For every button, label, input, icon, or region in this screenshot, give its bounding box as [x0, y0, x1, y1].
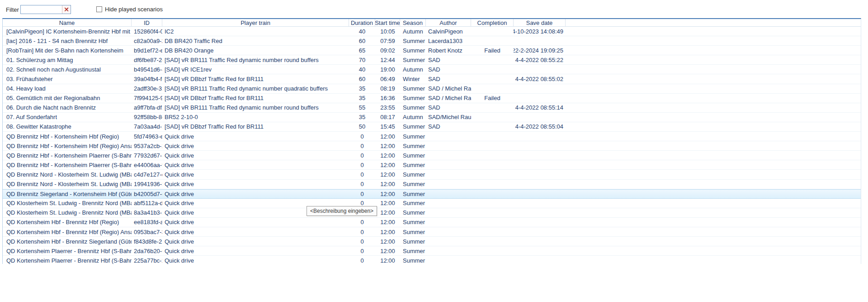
table-row[interactable]: [lac] 2016 - 121 - S4 nach Brennitz Hbfc…	[3, 36, 861, 46]
column-header-duration[interactable]: Duration	[349, 19, 375, 26]
filter-input[interactable]	[21, 5, 62, 14]
table-row[interactable]: QD Klosterheim St. Ludwig - Brennitz Nor…	[3, 208, 861, 218]
table-row[interactable]: QD Brennitz Hbf - Kortensheim Hbf (Regio…	[3, 132, 861, 141]
cell-start_time: 06:49	[375, 74, 400, 83]
cell-start_time: 08:17	[375, 113, 400, 122]
table-row[interactable]: 04. Heavy load2adff30e-32[SAD] vR BR111 …	[3, 84, 861, 94]
table-row[interactable]: QD Brennitz Hbf - Kortensheim Plaerrer (…	[3, 160, 861, 170]
cell-id: b49541d6-4	[132, 65, 162, 74]
table-row[interactable]: QD Brennitz Nord - Klosterheim St. Ludwi…	[3, 180, 861, 189]
cell-start_time: 12:00	[375, 190, 400, 198]
table-row[interactable]: QD Kortensheim Hbf - Brennitz Siegerland…	[3, 237, 861, 246]
table-row[interactable]: QD Kortensheim Plaerrer - Brennitz Hbf (…	[3, 256, 861, 264]
table-row-selected[interactable]: QD Brennitz Siegerland - Kortensheim Hbf…	[3, 189, 861, 199]
cell-save_date: 24-10-2023 14:08:49	[514, 27, 566, 36]
cell-author	[426, 256, 471, 264]
cell-id: 5fd74963-e2	[132, 132, 162, 141]
cell-duration: 35	[349, 84, 375, 93]
cell-author	[426, 227, 471, 236]
cell-save_date	[514, 256, 566, 264]
cell-season: Summer	[400, 151, 426, 160]
cell-season: Summer	[400, 46, 426, 55]
cell-name: [lac] 2016 - 121 - S4 nach Brennitz Hbf	[3, 36, 132, 45]
cell-completion	[471, 246, 514, 255]
column-header-completion[interactable]: Completion	[471, 19, 514, 26]
clear-icon: ✕	[64, 6, 69, 13]
cell-id: 0953bac7-3	[132, 227, 162, 236]
cell-id: 2adff30e-32	[132, 84, 162, 93]
cell-name: 07. Auf Sonderfahrt	[3, 113, 132, 122]
cell-name: QD Brennitz Hbf - Kortensheim Hbf (Regio…	[3, 132, 132, 141]
cell-id: 92ff58bb-8c	[132, 113, 162, 122]
filter-clear-button[interactable]: ✕	[62, 5, 71, 14]
cell-author: SAD / Michel Rausch	[426, 84, 471, 93]
table-row[interactable]: 05. Gemütlich mit der Regionalbahn7f9941…	[3, 94, 861, 103]
cell-filler	[566, 237, 861, 246]
cell-duration: 0	[349, 246, 375, 255]
cell-start_time: 10:05	[375, 27, 400, 36]
cell-author	[426, 246, 471, 255]
cell-author	[426, 208, 471, 217]
cell-save_date	[514, 227, 566, 236]
cell-start_time: 12:00	[375, 218, 400, 227]
cell-start_time: 12:00	[375, 208, 400, 217]
cell-save_date	[514, 190, 566, 198]
cell-duration: 0	[349, 141, 375, 150]
column-header-id[interactable]: ID	[132, 19, 162, 26]
table-row[interactable]: QD Brennitz Hbf - Kortensheim Hbf (Regio…	[3, 141, 861, 151]
table-row[interactable]: QD Brennitz Nord - Klosterheim St. Ludwi…	[3, 170, 861, 179]
table-row[interactable]: QD Kortensheim Hbf - Brennitz Hbf (Regio…	[3, 227, 861, 237]
column-header-save_date[interactable]: Save date	[514, 19, 566, 26]
table-row[interactable]: 06. Durch die Nacht nach Brennitza9ff7bf…	[3, 103, 861, 113]
cell-author: SAD	[426, 122, 471, 131]
cell-start_time: 12:00	[375, 227, 400, 236]
column-header-player_train[interactable]: Player train	[162, 19, 349, 26]
table-row[interactable]: [CalvinPigeon] IC Kortensheim-Brennitz H…	[3, 27, 861, 36]
cell-save_date	[514, 199, 566, 208]
cell-save_date: 4-4-2022 08:55:02	[514, 74, 566, 83]
cell-season: Summer	[400, 94, 426, 103]
cell-author: SAD	[426, 55, 471, 64]
table-row[interactable]: 03. Frühaufsteher39a04fb4-fc[SAD] vR DBb…	[3, 74, 861, 84]
table-header-row: NameIDPlayer trainDurationStart timeSeas…	[3, 19, 861, 27]
table-row[interactable]: QD Brennitz Hbf - Kortensheim Plaerrer (…	[3, 151, 861, 160]
cell-id: 2da76b20-6	[132, 246, 162, 255]
cell-season: Summer	[400, 122, 426, 131]
table-row[interactable]: QD Kortensheim Plaerrer - Brennitz Hbf (…	[3, 246, 861, 256]
cell-filler	[566, 170, 861, 179]
cell-name: 04. Heavy load	[3, 84, 132, 93]
column-header-start_time[interactable]: Start time	[375, 19, 400, 26]
cell-start_time: 08:19	[375, 84, 400, 93]
cell-season: Summer	[400, 160, 426, 169]
table-row[interactable]: 01. Schülerzug am Mittagdf6fbe87-2c[SAD]…	[3, 55, 861, 65]
cell-duration: 0	[349, 227, 375, 236]
cell-filler	[566, 46, 861, 55]
cell-author	[426, 199, 471, 208]
cell-id: c4d7e127-e	[132, 170, 162, 179]
table-row[interactable]: QD Kortensheim Hbf - Brennitz Hbf (Regio…	[3, 218, 861, 227]
cell-duration: 40	[349, 65, 375, 74]
cell-season: Summer	[400, 256, 426, 264]
cell-duration: 0	[349, 132, 375, 141]
hide-played-checkbox[interactable]	[96, 6, 102, 12]
cell-filler	[566, 180, 861, 189]
cell-season: Autumn	[400, 113, 426, 122]
table-row[interactable]: [RobTrain] Mit der S-Bahn nach Kortenshe…	[3, 46, 861, 55]
table-row[interactable]: QD Klosterheim St. Ludwig - Brennitz Nor…	[3, 199, 861, 208]
cell-season: Summer	[400, 84, 426, 93]
cell-season: Summer	[400, 190, 426, 198]
cell-season: Summer	[400, 199, 426, 208]
column-header-name[interactable]: Name	[3, 19, 132, 26]
table-row[interactable]: 08. Gewitter Katastrophe7a03aa4d-2[SAD] …	[3, 122, 861, 132]
cell-save_date	[514, 208, 566, 217]
cell-filler	[566, 122, 861, 131]
table-row[interactable]: 07. Auf Sonderfahrt92ff58bb-8cBR52 2-10-…	[3, 113, 861, 122]
column-header-season[interactable]: Season	[400, 19, 426, 26]
cell-author: CalvinPigeon	[426, 27, 471, 36]
cell-filler	[566, 208, 861, 217]
cell-name: QD Brennitz Hbf - Kortensheim Hbf (Regio…	[3, 141, 132, 150]
hide-played-label: Hide played scenarios	[105, 6, 163, 13]
cell-save_date	[514, 170, 566, 179]
column-header-author[interactable]: Author	[426, 19, 471, 26]
table-row[interactable]: 02. Schnell noch nach Augustinustalb4954…	[3, 65, 861, 74]
